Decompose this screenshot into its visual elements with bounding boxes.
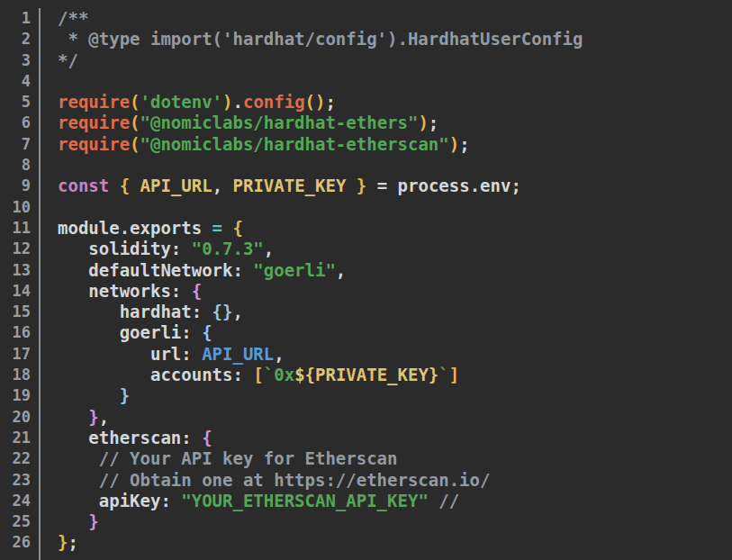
- code-token: {: [233, 218, 243, 238]
- code-token: ]: [449, 365, 459, 384]
- code-token: ): [418, 113, 428, 132]
- code-token: }: [58, 532, 68, 552]
- code-token: accounts:: [58, 365, 253, 384]
- code-token: ;: [459, 134, 469, 154]
- line-number: 9: [0, 176, 31, 196]
- code-line: solidity: "0.7.3",: [58, 239, 732, 259]
- code-line: url: API_URL,: [58, 344, 732, 365]
- line-number: 7: [0, 134, 31, 155]
- code-token: [429, 491, 438, 510]
- code-token: .: [233, 92, 243, 112]
- code-token: etherscan:: [58, 428, 202, 447]
- line-number: 21: [0, 428, 31, 448]
- line-number: 8: [0, 155, 31, 176]
- code-token: // Obtain one at https://etherscan.io/: [58, 470, 490, 490]
- code-line: const { API_URL, PRIVATE_KEY } = process…: [58, 176, 732, 196]
- code-content[interactable]: /** * @type import('hardhat/config').Har…: [41, 8, 732, 560]
- code-token: "YOUR_ETHERSCAN_API_KEY": [181, 491, 429, 510]
- code-token: [58, 385, 120, 405]
- code-token: ;: [429, 113, 438, 132]
- line-number: 3: [0, 50, 31, 71]
- line-number: 6: [0, 113, 31, 133]
- code-token: (: [130, 92, 140, 112]
- code-token: apiKey:: [58, 491, 181, 510]
- line-number: 17: [0, 344, 31, 365]
- code-token: module.exports: [58, 218, 212, 238]
- line-number: 26: [0, 532, 31, 553]
- code-line: // Obtain one at https://etherscan.io/: [58, 470, 732, 491]
- code-line: require('dotenv').config();: [58, 92, 732, 113]
- line-number: 24: [0, 491, 31, 511]
- code-token: 'dotenv': [140, 92, 223, 112]
- code-line: module.exports = {: [58, 218, 732, 239]
- code-token: [: [253, 365, 263, 384]
- code-token: [130, 176, 140, 195]
- code-token: {}: [212, 302, 233, 321]
- code-token: "0.7.3": [192, 239, 264, 258]
- code-token: {: [202, 322, 212, 342]
- code-token: const: [58, 176, 109, 195]
- code-line: [58, 197, 732, 218]
- code-token: networks:: [58, 281, 192, 301]
- line-number: 20: [0, 407, 31, 428]
- line-number: 1: [0, 8, 31, 29]
- line-number: 25: [0, 511, 31, 532]
- code-token: [109, 176, 119, 195]
- code-line: };: [58, 532, 732, 553]
- code-token: ,: [274, 344, 284, 364]
- code-line: require("@nomiclabs/hardhat-etherscan");: [58, 134, 732, 155]
- code-token: (: [130, 134, 140, 154]
- code-token: * @type import('hardhat/config').Hardhat…: [58, 29, 583, 49]
- code-editor[interactable]: 1234567891011121314151617181920212223242…: [0, 0, 732, 560]
- code-token: "@nomiclabs/hardhat-ethers": [140, 113, 419, 132]
- code-line: etherscan: {: [58, 428, 732, 448]
- code-token: ,: [264, 239, 274, 258]
- code-token: ;: [68, 532, 77, 552]
- line-number: 19: [0, 385, 31, 406]
- code-line: [58, 71, 732, 92]
- code-token: ): [222, 92, 232, 112]
- code-token: "@nomiclabs/hardhat-etherscan": [140, 134, 449, 154]
- line-number: 15: [0, 302, 31, 322]
- code-token: require: [58, 113, 130, 132]
- code-line: }: [58, 385, 732, 406]
- code-token: ,: [99, 407, 109, 427]
- code-token: {: [202, 428, 212, 447]
- code-token: ): [449, 134, 459, 154]
- line-number: 12: [0, 239, 31, 259]
- code-token: url:: [58, 344, 202, 364]
- line-number: 23: [0, 470, 31, 491]
- code-token: API_URL: [140, 176, 212, 195]
- line-number: 4: [0, 71, 31, 92]
- line-number: 2: [0, 29, 31, 50]
- code-line: * @type import('hardhat/config').Hardhat…: [58, 29, 732, 50]
- code-token: require: [58, 92, 130, 112]
- code-line: /**: [58, 8, 732, 29]
- code-line: accounts: [`0x${PRIVATE_KEY}`]: [58, 365, 732, 385]
- code-token: {: [192, 281, 202, 301]
- code-token: require: [58, 134, 130, 154]
- line-number: 13: [0, 260, 31, 281]
- code-token: }: [357, 176, 366, 195]
- code-line: defaultNetwork: "goerli",: [58, 260, 732, 281]
- code-line: hardhat: {},: [58, 302, 732, 322]
- code-token: }: [88, 407, 98, 427]
- code-token: goerli:: [58, 322, 202, 342]
- code-line: }: [58, 511, 732, 532]
- code-line: goerli: {: [58, 322, 732, 343]
- code-token: defaultNetwork:: [58, 260, 253, 280]
- code-line: */: [58, 50, 732, 71]
- code-token: ,: [232, 302, 242, 321]
- code-line: },: [58, 407, 732, 428]
- line-number: 11: [0, 218, 31, 239]
- line-number: 10: [0, 197, 31, 218]
- code-token: [58, 407, 88, 427]
- code-token: ,: [336, 260, 346, 280]
- code-token: /**: [58, 8, 88, 28]
- line-number: 5: [0, 92, 31, 113]
- code-token: =: [212, 218, 222, 238]
- code-token: config: [243, 92, 305, 112]
- code-token: PRIVATE_KEY: [233, 176, 347, 195]
- code-token: solidity:: [58, 239, 192, 258]
- code-token: [58, 511, 88, 531]
